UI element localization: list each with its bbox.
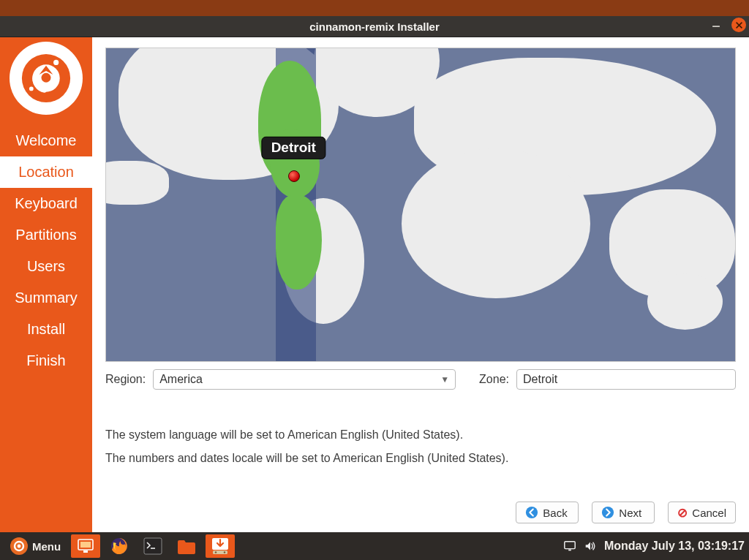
- window-close-button[interactable]: [731, 18, 746, 32]
- zone-value: Detroit: [523, 373, 557, 386]
- numbers-dates-text: The numbers and dates locale will be set…: [105, 447, 736, 470]
- svg-point-22: [224, 551, 225, 553]
- monitor-icon: [77, 538, 94, 554]
- back-button-label: Back: [543, 507, 567, 519]
- taskbar-terminal[interactable]: [138, 534, 168, 558]
- sidebar-step-label: Location: [18, 164, 74, 180]
- svg-point-8: [526, 507, 538, 518]
- taskbar-files[interactable]: [172, 534, 201, 558]
- svg-rect-14: [80, 542, 91, 548]
- window-titlebar: cinnamon-remix Installer: [0, 16, 749, 37]
- sidebar-step-label: Install: [27, 321, 65, 337]
- next-button[interactable]: Next: [592, 502, 655, 523]
- taskbar: Menu Monday July 13, 03:19:17: [0, 532, 749, 560]
- svg-point-9: [602, 507, 614, 518]
- back-button[interactable]: Back: [516, 502, 579, 523]
- timezone-map[interactable]: Detroit: [105, 48, 736, 362]
- sidebar-step-label: Finish: [26, 352, 65, 368]
- sidebar-step-label: Partitions: [15, 227, 76, 243]
- svg-rect-15: [83, 550, 88, 553]
- sidebar-step-label: Summary: [15, 290, 78, 306]
- svg-rect-17: [144, 538, 162, 554]
- svg-point-7: [29, 87, 34, 91]
- svg-rect-24: [568, 550, 571, 551]
- menu-label: Menu: [32, 540, 61, 553]
- terminal-icon: [143, 537, 162, 555]
- map-pin-label: Detroit: [262, 137, 325, 159]
- next-button-label: Next: [619, 507, 641, 519]
- sidebar-step-partitions[interactable]: Partitions: [0, 219, 92, 251]
- volume-icon[interactable]: [584, 540, 597, 553]
- system-language-text: The system language will be set to Ameri…: [105, 423, 736, 447]
- taskbar-datetime[interactable]: Monday July 13, 03:19:17: [604, 540, 745, 553]
- installer-sidebar: Welcome Location Keyboard Partitions Use…: [0, 37, 92, 532]
- svg-point-6: [53, 60, 59, 65]
- nav-buttons: Back Next ⊘ Cancel: [105, 496, 736, 523]
- sidebar-step-label: Users: [27, 258, 65, 274]
- installer-window: Welcome Location Keyboard Partitions Use…: [0, 37, 749, 532]
- sidebar-step-summary[interactable]: Summary: [0, 282, 92, 314]
- menu-button[interactable]: Menu: [4, 535, 67, 557]
- distro-logo: [10, 42, 83, 115]
- sidebar-step-keyboard[interactable]: Keyboard: [0, 188, 92, 219]
- sidebar-step-label: Keyboard: [15, 195, 78, 211]
- arrow-left-icon: [525, 506, 538, 519]
- cancel-button-label: Cancel: [692, 507, 726, 519]
- sidebar-step-finish[interactable]: Finish: [0, 345, 92, 377]
- svg-point-12: [18, 545, 21, 548]
- taskbar-firefox[interactable]: [105, 534, 134, 558]
- svg-point-21: [215, 551, 217, 553]
- region-zone-row: Region: America ▼ Zone: Detroit: [105, 369, 736, 390]
- taskbar-installer[interactable]: [206, 534, 235, 558]
- zone-combo[interactable]: Detroit: [516, 369, 736, 390]
- taskbar-show-desktop[interactable]: [71, 534, 100, 558]
- cancel-icon: ⊘: [677, 505, 688, 521]
- chevron-down-icon: ▼: [440, 374, 449, 385]
- region-value: America: [159, 373, 203, 386]
- firefox-icon: [110, 537, 129, 556]
- sidebar-step-users[interactable]: Users: [0, 251, 92, 282]
- sidebar-step-welcome[interactable]: Welcome: [0, 125, 92, 156]
- window-minimize-button[interactable]: [708, 19, 724, 31]
- installer-main-panel: Detroit Region: America ▼ Zone: Detroit …: [92, 37, 749, 532]
- locale-info: The system language will be set to Ameri…: [105, 423, 736, 470]
- svg-rect-23: [565, 542, 575, 549]
- window-title: cinnamon-remix Installer: [309, 20, 440, 33]
- svg-point-5: [42, 73, 51, 83]
- zone-label: Zone:: [479, 373, 509, 386]
- sidebar-step-install[interactable]: Install: [0, 314, 92, 345]
- cancel-button[interactable]: ⊘ Cancel: [668, 502, 736, 523]
- arrow-right-icon: [601, 506, 614, 519]
- menu-logo-icon: [10, 537, 28, 555]
- installer-icon: [211, 537, 230, 556]
- display-icon[interactable]: [563, 540, 576, 553]
- sidebar-step-location[interactable]: Location: [0, 156, 92, 188]
- sidebar-step-label: Welcome: [16, 132, 77, 148]
- region-label: Region:: [105, 373, 146, 386]
- folder-icon: [176, 537, 197, 555]
- desktop-top-bar: [0, 0, 749, 16]
- region-combo[interactable]: America ▼: [153, 369, 456, 390]
